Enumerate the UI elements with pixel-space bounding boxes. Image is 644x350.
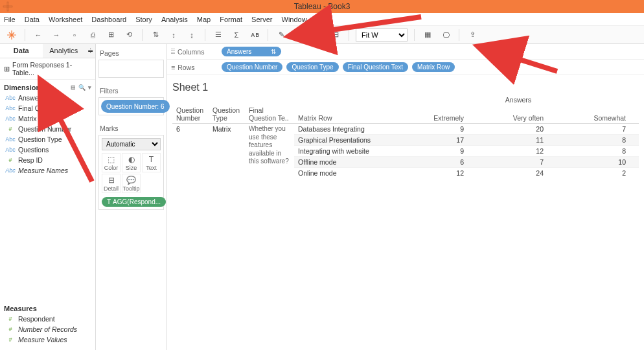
menu-data[interactable]: Data (25, 16, 40, 23)
marks-type-select[interactable]: Automatic (102, 138, 161, 150)
menu-worksheet[interactable]: Worksheet (49, 16, 82, 23)
rows-shelf[interactable]: ≡Rows Question Number Question Type Fina… (167, 60, 644, 75)
marks-detail[interactable]: ⊟Detail (102, 174, 121, 193)
tableau-icon[interactable] (5, 29, 18, 41)
menu-help[interactable]: Help (316, 16, 331, 23)
sheet-title[interactable]: Sheet 1 (167, 75, 644, 96)
view-icon[interactable]: ⊞ (71, 84, 76, 91)
color-icon: ⬚ (108, 155, 115, 164)
header-fq[interactable]: Final Question Te.. (245, 105, 294, 124)
pin-icon[interactable]: 📎 (293, 29, 306, 41)
marks-text[interactable]: TText (142, 153, 161, 172)
rows-icon: ≡ (171, 64, 175, 71)
sort-icon: ⇅ (271, 48, 276, 55)
separator (349, 29, 349, 41)
header-qt[interactable]: Question Type (209, 105, 245, 124)
new-worksheet-icon[interactable]: ⊞ (104, 29, 117, 41)
shelves-column: Pages Filters Question Number: 6 Marks A… (96, 44, 167, 350)
filter-pill[interactable]: Question Number: 6 (101, 100, 170, 113)
dropdown-icon[interactable]: ▾ (88, 84, 91, 91)
show-cards-icon[interactable]: ▦ (421, 29, 434, 41)
cell-mr: Databases Integrating (294, 124, 398, 135)
forward-icon[interactable]: → (50, 29, 63, 41)
header-extremely[interactable]: Extremely (398, 105, 477, 124)
menu-dashboard[interactable]: Dashboard (91, 16, 126, 23)
field-final-question-text[interactable]: AbcFinal Question Text (1, 103, 94, 113)
menu-story[interactable]: Story (135, 16, 152, 23)
menu-map[interactable]: Map (197, 16, 211, 23)
marks-size[interactable]: ◐Size (122, 153, 141, 172)
menu-analysis[interactable]: Analysis (161, 16, 188, 23)
axis-icon[interactable]: ⊟ (329, 29, 342, 41)
field-respondent[interactable]: #Respondent (1, 314, 94, 324)
svg-rect-3 (8, 6, 12, 7)
number-icon: # (5, 126, 16, 132)
highlight-icon[interactable]: ✎ (275, 29, 288, 41)
row-pill-final-question-text[interactable]: Final Question Text (343, 62, 408, 72)
abc-icon: Abc (5, 146, 16, 153)
datasource-item[interactable]: ⊞ Form Responses 1-Table... (0, 58, 95, 80)
field-answers[interactable]: AbcAnswers (1, 93, 94, 103)
pages-shelf[interactable]: Pages (98, 47, 164, 80)
separator (142, 29, 143, 41)
menu-file[interactable]: File (4, 16, 16, 23)
marks-tooltip[interactable]: 💬Tooltip (122, 174, 141, 193)
separator (268, 29, 268, 41)
svg-rect-2 (3, 6, 7, 7)
new-datasource-icon[interactable]: ⎙ (86, 29, 99, 41)
abc-icon: Abc (5, 167, 16, 174)
menu-server[interactable]: Server (251, 16, 272, 23)
columns-shelf[interactable]: ⦙⦙⦙Columns Answers⇅ (167, 44, 644, 60)
tableau-logo-icon (3, 1, 13, 12)
field-measure-names[interactable]: AbcMeasure Names (1, 165, 94, 176)
row-pill-question-type[interactable]: Question Type (286, 62, 338, 72)
cell-qn: 6 (172, 124, 209, 179)
menu-window[interactable]: Window (282, 16, 307, 23)
header-somewhat[interactable]: Somewhat (557, 105, 639, 124)
header-very-often[interactable]: Very often (477, 105, 557, 124)
marks-color[interactable]: ⬚Color (102, 153, 121, 172)
menu-format[interactable]: Format (220, 16, 242, 23)
fit-select[interactable]: Fit W (356, 29, 408, 41)
table-row[interactable]: 6 Matrix Whether you use these features … (172, 124, 639, 135)
title-bar: Tableau - Book3 (0, 0, 644, 13)
header-qn[interactable]: Question Number (172, 105, 209, 124)
menu-bar: File Data Worksheet Dashboard Story Anal… (0, 13, 644, 26)
tab-analytics[interactable]: Analytics (43, 44, 86, 58)
swap-icon[interactable]: ⇅ (149, 29, 162, 41)
clear-icon[interactable]: ⟲ (122, 29, 135, 41)
col-pill-answers[interactable]: Answers⇅ (222, 47, 281, 56)
marks-agg-pill[interactable]: TAGG(Respond... (102, 197, 166, 207)
number-icon: # (5, 157, 16, 163)
data-panel: Data Analytics ≑ ⊞ Form Responses 1-Tabl… (0, 44, 96, 350)
separator (205, 29, 205, 41)
field-number-of-records[interactable]: #Number of Records (1, 324, 94, 334)
tab-data[interactable]: Data (0, 44, 43, 58)
filters-shelf[interactable]: Filters Question Number: 6 (98, 84, 164, 118)
search-icon[interactable]: 🔍 (78, 84, 86, 91)
field-questions[interactable]: AbcQuestions (1, 145, 94, 155)
tab-options-icon[interactable]: ≑ (85, 44, 95, 58)
field-resp-id[interactable]: #Resp ID (1, 155, 94, 165)
field-question-number[interactable]: #Question Number (1, 124, 94, 134)
back-icon[interactable]: ← (32, 29, 45, 41)
field-measure-values[interactable]: #Measure Values (1, 334, 94, 345)
sort-desc-icon[interactable]: ↨ (185, 29, 198, 41)
row-pill-question-number[interactable]: Question Number (222, 62, 282, 72)
datasource-icon: ⊞ (4, 65, 10, 73)
header-mr[interactable]: Matrix Row (294, 105, 398, 124)
dimensions-header: Dimensions ⊞🔍▾ (0, 80, 95, 93)
tooltip-icon: 💬 (126, 176, 136, 185)
field-question-type[interactable]: AbcQuestion Type (1, 134, 94, 145)
totals-icon[interactable]: Σ (230, 29, 243, 41)
label-icon[interactable]: ▭ (311, 29, 324, 41)
save-icon[interactable]: ▫ (68, 29, 81, 41)
sort-asc-icon[interactable]: ↕ (167, 29, 180, 41)
abc-icon[interactable]: ᴀʙ (248, 29, 261, 41)
presentation-icon[interactable]: 🖵 (439, 29, 452, 41)
crosstab-body: 6 Matrix Whether you use these features … (172, 124, 639, 179)
row-pill-matrix-row[interactable]: Matrix Row (412, 62, 455, 72)
group-icon[interactable]: ☰ (212, 29, 225, 41)
field-matrix-row[interactable]: AbcMatrix Row (1, 113, 94, 124)
share-icon[interactable]: ⇪ (466, 29, 479, 41)
